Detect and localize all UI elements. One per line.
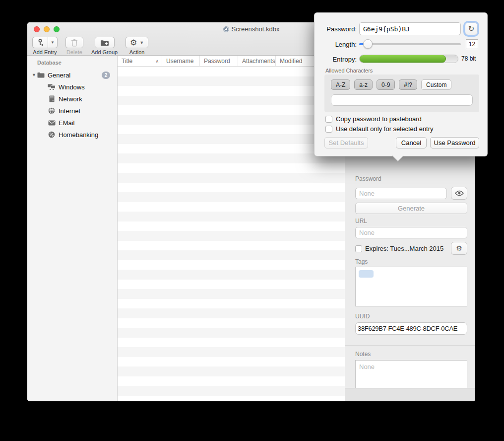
zoom-button[interactable]	[54, 26, 60, 32]
inspector-footer	[345, 388, 475, 401]
column-header-password[interactable]: Password	[200, 56, 238, 66]
use-password-button[interactable]: Use Password	[430, 137, 479, 148]
percent-icon	[48, 131, 56, 138]
length-value-field[interactable]: 12	[466, 39, 478, 49]
sidebar-item-label: Homebanking	[59, 131, 98, 139]
show-password-button[interactable]	[451, 187, 467, 200]
copy-to-pasteboard-checkbox[interactable]	[325, 116, 332, 123]
column-header-attachments[interactable]: Attachments	[238, 56, 276, 66]
default-selected-entry-label: Use default only for selected entry	[336, 125, 434, 133]
sidebar: Database ▼ General 2 Windows Network	[27, 56, 118, 401]
cancel-button[interactable]: Cancel	[396, 137, 427, 148]
entropy-bar	[359, 55, 458, 63]
expires-options-button[interactable]: ⚙	[451, 242, 467, 255]
password-section-label: Password	[355, 175, 381, 182]
sidebar-item-network[interactable]: Network	[27, 93, 117, 104]
gear-icon: ⚙	[456, 245, 462, 252]
column-header-title[interactable]: Title ∧	[118, 56, 162, 66]
sidebar-item-label: Internet	[59, 107, 80, 115]
action-button[interactable]: ⚙ ▼	[126, 37, 148, 48]
tag-token[interactable]	[359, 270, 374, 278]
sidebar-item-label: Windows	[59, 83, 85, 91]
key-plus-icon	[33, 37, 48, 48]
generate-button[interactable]: Generate	[355, 203, 467, 214]
document-proxy-icon	[223, 26, 229, 32]
password-generator-popover: Password: ↻ Length: 12 Entropy: 78 bit A…	[314, 12, 488, 156]
allowed-characters-panel: A-Z a-z 0-9 #!? Custom	[324, 74, 479, 112]
charset-digits-button[interactable]: 0-9	[377, 79, 395, 90]
entropy-value: 78 bit	[461, 55, 476, 62]
entropy-label: Entropy:	[323, 56, 357, 63]
disclosure-triangle-icon[interactable]: ▼	[32, 73, 37, 77]
add-group-label: Add Group	[91, 49, 118, 55]
table-body-empty[interactable]	[118, 67, 345, 401]
sidebar-item-general[interactable]: ▼ General 2	[27, 70, 117, 80]
tags-section-label: Tags	[355, 258, 368, 265]
chevron-down-icon: ▼	[139, 40, 144, 45]
expires-row: Expires: Tues...March 2015	[355, 245, 443, 252]
entropy-bar-fill	[360, 55, 446, 63]
folder-icon	[37, 72, 45, 78]
folder-plus-icon	[100, 39, 109, 46]
regenerate-password-button[interactable]: ↻	[465, 22, 478, 35]
uuid-field[interactable]	[355, 322, 467, 335]
entry-count-badge: 2	[102, 72, 110, 79]
expires-label: Expires: Tues...March 2015	[365, 245, 443, 252]
sidebar-item-internet[interactable]: Internet	[27, 105, 117, 116]
sidebar-item-windows[interactable]: Windows	[27, 81, 117, 92]
uuid-section-label: UUID	[355, 313, 370, 320]
delete-label: Delete	[66, 49, 82, 55]
copy-to-pasteboard-row: Copy password to pasteboard	[325, 115, 422, 123]
custom-characters-field[interactable]	[331, 94, 473, 106]
charset-uppercase-button[interactable]: A-Z	[331, 79, 350, 90]
password-field[interactable]	[355, 188, 447, 199]
table-header: Title ∧ Username Password Attachments Mo…	[118, 56, 345, 67]
sidebar-item-label: Network	[59, 95, 82, 103]
charset-symbols-button[interactable]: #!?	[399, 79, 417, 90]
charset-lowercase-button[interactable]: a-z	[354, 79, 373, 90]
envelope-icon	[48, 119, 56, 126]
minimize-button[interactable]	[44, 26, 50, 32]
refresh-icon: ↻	[468, 24, 475, 33]
close-button[interactable]	[34, 26, 40, 32]
column-header-username[interactable]: Username	[162, 56, 200, 66]
length-slider-knob[interactable]	[363, 39, 373, 49]
add-entry-button[interactable]: ▼	[32, 37, 58, 48]
toolbar: ▼ Add Entry Delete	[32, 37, 148, 56]
notes-section-label: Notes	[355, 351, 371, 358]
sidebar-section-header: Database	[37, 60, 62, 66]
sidebar-item-homebanking[interactable]: Homebanking	[27, 129, 117, 140]
eye-icon	[455, 190, 464, 196]
url-field[interactable]	[355, 227, 467, 238]
traffic-lights	[34, 26, 60, 32]
server-icon	[48, 95, 56, 102]
allowed-characters-label: Allowed Characters	[325, 68, 373, 74]
globe-icon	[48, 107, 56, 114]
length-slider[interactable]	[359, 43, 461, 45]
delete-button[interactable]	[65, 37, 83, 48]
sidebar-item-label: EMail	[59, 119, 75, 127]
expires-checkbox[interactable]	[355, 245, 362, 252]
tags-field[interactable]	[355, 267, 467, 306]
add-entry-label: Add Entry	[33, 49, 57, 55]
popover-password-label: Password:	[323, 25, 357, 33]
entry-table: Title ∧ Username Password Attachments Mo…	[118, 56, 345, 401]
window-title: Screenshot.kdbx	[232, 25, 280, 33]
gear-icon: ⚙	[130, 39, 137, 47]
sidebar-item-email[interactable]: EMail	[27, 117, 117, 128]
action-label: Action	[129, 49, 145, 55]
set-defaults-button[interactable]: Set Defaults	[324, 137, 368, 148]
inspector-divider	[345, 345, 475, 346]
sidebar-item-label: General	[48, 72, 70, 79]
default-selected-entry-checkbox[interactable]	[325, 126, 332, 133]
workstations-icon	[48, 83, 56, 90]
url-section-label: URL	[355, 218, 367, 224]
add-group-button[interactable]	[95, 37, 115, 48]
charset-custom-button[interactable]: Custom	[421, 79, 451, 90]
sort-ascending-icon: ∧	[155, 59, 159, 64]
add-entry-dropdown[interactable]: ▼	[48, 37, 57, 48]
generated-password-field[interactable]	[359, 22, 461, 35]
default-selected-entry-row: Use default only for selected entry	[325, 125, 434, 133]
length-label: Length:	[323, 41, 357, 48]
copy-to-pasteboard-label: Copy password to pasteboard	[336, 115, 422, 123]
